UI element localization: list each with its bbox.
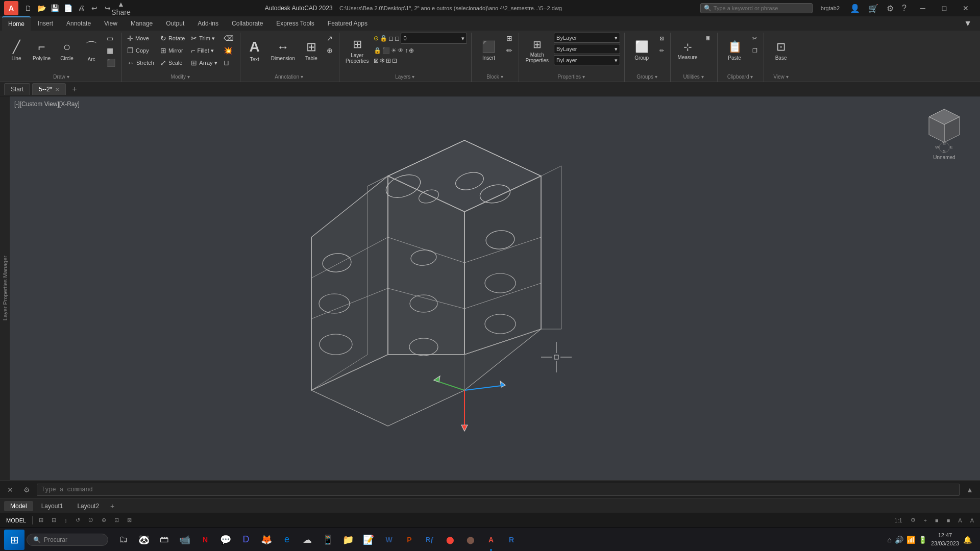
trim-button[interactable]: ✂ Trim ▾ (189, 33, 219, 44)
taskbar-app-red[interactable]: ⬤ (441, 531, 459, 549)
view-group-label[interactable]: View ▾ (767, 73, 795, 82)
tab-model[interactable]: Model (4, 501, 33, 511)
command-close-button[interactable]: ✕ (4, 484, 16, 496)
status-plus[interactable]: + (922, 516, 929, 524)
close-button[interactable]: ✕ (955, 1, 976, 15)
status-grid[interactable]: ⊞ (37, 516, 45, 524)
arc-button[interactable]: ⌒ Arc (80, 33, 103, 68)
tab-add-layout[interactable]: + (107, 501, 117, 511)
tray-icon-2[interactable]: 🔊 (895, 536, 903, 544)
status-osnap[interactable]: ∅ (86, 516, 95, 524)
status-icon2[interactable]: ■ (945, 516, 952, 524)
tab-featured[interactable]: Featured Apps (322, 16, 374, 31)
draw-expand-icon[interactable]: ▾ (67, 74, 69, 80)
status-transparency[interactable]: ⊠ (125, 516, 134, 524)
minimize-button[interactable]: ─ (913, 1, 933, 15)
save-button[interactable]: 💾 (49, 3, 60, 14)
copy-button[interactable]: ❐ Copy (125, 45, 156, 56)
text-button[interactable]: A Text (243, 33, 266, 68)
status-text1[interactable]: A (956, 516, 964, 524)
lineweight-dropdown[interactable]: ByLayer ▾ (554, 55, 620, 65)
array-button[interactable]: ⊞ Array ▾ (189, 57, 219, 68)
group-edit-button[interactable]: ✏ (657, 45, 666, 56)
copyclip-button[interactable]: ❐ (750, 45, 760, 56)
new-button[interactable]: 🗋 (22, 3, 34, 14)
taskbar-app-panda[interactable]: 🐼 (135, 531, 153, 549)
polyline-button[interactable]: ⌐ Polyline (30, 33, 54, 68)
notification-icon[interactable]: 🔔 (963, 536, 972, 544)
base-button[interactable]: ⊡ Base (767, 33, 795, 68)
taskbar-app-edge[interactable]: e (278, 531, 296, 549)
plot-button[interactable]: 🖨 (76, 3, 87, 14)
tab-addins[interactable]: Add-ins (191, 16, 225, 31)
gradient-button[interactable]: ⬛ (105, 57, 117, 68)
properties-expand-icon[interactable]: ▾ (582, 74, 585, 80)
mirror-button[interactable]: ⊞ Mirror (158, 45, 187, 56)
start-button[interactable]: ⊞ (4, 530, 24, 550)
tab-output[interactable]: Output (160, 16, 190, 31)
tab-close-button[interactable]: ✕ (55, 87, 59, 92)
taskbar-app-camera[interactable]: 📹 (176, 531, 194, 549)
search-box[interactable]: 🔍 (700, 3, 813, 13)
hatch-button[interactable]: ▦ (105, 45, 117, 56)
taskbar-time[interactable]: 12:47 23/03/2023 (931, 532, 959, 547)
saveas-button[interactable]: 📄 (62, 3, 74, 14)
block-expand-icon[interactable]: ▾ (501, 74, 503, 80)
cut-button[interactable]: ✂ (750, 33, 760, 44)
taskbar-app-files[interactable]: 🗃 (155, 531, 174, 549)
status-scale[interactable]: 1:1 (892, 516, 904, 524)
taskbar-app-brown[interactable]: ⬤ (461, 531, 480, 549)
block-editor-button[interactable]: ✏ (504, 45, 514, 56)
taskbar-app-whatsapp[interactable]: 💬 (216, 531, 235, 549)
block-group-label[interactable]: Block ▾ (475, 73, 514, 82)
modify-expand-icon[interactable]: ▾ (187, 74, 190, 80)
layer-make-current[interactable]: ↑ (405, 47, 408, 54)
canvas-area[interactable]: [-][Custom View][X-Ray] (10, 96, 980, 480)
status-gear[interactable]: ⚙ (909, 516, 918, 524)
match-properties-button[interactable]: ⊞ MatchProperties (522, 33, 552, 68)
leader-button[interactable]: ↗ (325, 33, 335, 44)
fillet-button[interactable]: ⌐ Fillet ▾ (189, 45, 219, 56)
command-input[interactable] (37, 484, 960, 496)
tab-start[interactable]: Start (4, 83, 30, 95)
tray-icon-1[interactable]: ⌂ (887, 536, 891, 544)
line-button[interactable]: ╱ Line (5, 33, 28, 68)
table-button[interactable]: ⊞ Table (300, 33, 323, 68)
view-expand-icon[interactable]: ▾ (786, 74, 789, 80)
taskbar-app-discord[interactable]: D (237, 531, 255, 549)
dimension-button[interactable]: ↔ Dimension (268, 33, 298, 68)
taskbar-app-firefox[interactable]: 🦊 (257, 531, 276, 549)
search-input[interactable] (714, 5, 795, 11)
paste-button[interactable]: 📋 Paste (721, 33, 748, 68)
properties-group-label[interactable]: Properties ▾ (522, 73, 620, 82)
layer-unsaved[interactable]: ⊕ (409, 47, 414, 54)
status-ortho[interactable]: ↕ (62, 516, 69, 524)
tab-layout2[interactable]: Layout2 (71, 501, 105, 511)
tab-insert[interactable]: Insert (32, 16, 59, 31)
group-button[interactable]: ⬜ Group (628, 33, 655, 68)
view-cube[interactable]: N S W E Unnamed (919, 107, 970, 168)
measure-button[interactable]: ⊹ Measure (674, 33, 701, 68)
taskbar-app-explorer[interactable]: 🗂 (114, 531, 133, 549)
status-polar[interactable]: ↺ (74, 516, 82, 524)
draw-group-label[interactable]: Draw ▾ (5, 73, 117, 82)
status-snap[interactable]: ⊟ (50, 516, 58, 524)
tab-layout1[interactable]: Layout1 (35, 501, 69, 511)
center-mark-button[interactable]: ⊕ (325, 45, 335, 56)
explode-button[interactable]: 💥 (222, 45, 236, 56)
rectangle-button[interactable]: ▭ (105, 33, 117, 44)
rotate-button[interactable]: ↻ Rotate (158, 33, 187, 44)
utilities-expand-icon[interactable]: ▾ (701, 74, 704, 80)
taskbar-app-rstudio[interactable]: Rƒ (421, 531, 439, 549)
taskbar-app-folder[interactable]: 📁 (339, 531, 357, 549)
move-button[interactable]: ✛ Move (125, 33, 156, 44)
layer-properties-button[interactable]: ⊞ LayerProperties (342, 33, 372, 68)
taskbar-app-r2[interactable]: R (502, 531, 521, 549)
taskbar-app-phone[interactable]: 📱 (318, 531, 337, 549)
command-settings-button[interactable]: ⚙ (20, 484, 33, 496)
command-expand-button[interactable]: ▲ (964, 484, 976, 496)
status-text2[interactable]: A (968, 516, 976, 524)
clipboard-group-label[interactable]: Clipboard ▾ (721, 73, 760, 82)
layers-group-label[interactable]: Layers ▾ (342, 73, 468, 82)
tab-manage[interactable]: Manage (125, 16, 159, 31)
